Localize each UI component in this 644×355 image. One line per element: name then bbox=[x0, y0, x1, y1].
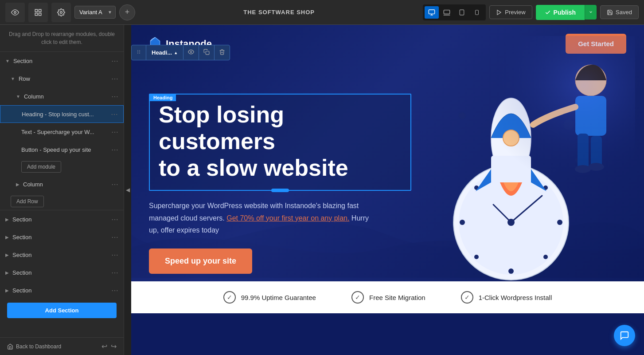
topbar-right: Preview Publish Saved bbox=[423, 4, 639, 20]
sidebar-item-button[interactable]: Button - Speed up your site ⋯ bbox=[0, 141, 124, 158]
svg-rect-4 bbox=[39, 13, 41, 15]
svg-rect-10 bbox=[460, 10, 464, 15]
redo-button[interactable]: ↪ bbox=[111, 342, 117, 351]
chat-bubble-button[interactable] bbox=[614, 325, 635, 346]
section2-menu-icon[interactable]: ⋯ bbox=[111, 215, 118, 224]
row-menu-icon[interactable]: ⋯ bbox=[111, 75, 118, 83]
section5-menu-icon[interactable]: ⋯ bbox=[111, 268, 118, 277]
device-buttons bbox=[423, 4, 486, 20]
speed-up-button[interactable]: Speed up your site bbox=[149, 248, 252, 274]
svg-rect-1 bbox=[35, 9, 37, 12]
svg-point-21 bbox=[190, 51, 192, 53]
column2-expand-icon: ▶ bbox=[16, 182, 20, 187]
sidebar-item-row[interactable]: ▼ Row ⋯ bbox=[0, 70, 124, 87]
back-to-dashboard[interactable]: Back to Dashboard bbox=[7, 343, 61, 350]
hero-subtext: Supercharge your WordPress website with … bbox=[149, 200, 379, 236]
drag-handle-icon[interactable] bbox=[132, 45, 146, 60]
mobile-device-btn[interactable] bbox=[470, 6, 484, 19]
svg-rect-2 bbox=[39, 9, 41, 12]
duplicate-btn[interactable] bbox=[199, 45, 215, 60]
delete-btn[interactable] bbox=[215, 45, 230, 60]
resize-handle[interactable] bbox=[271, 189, 289, 192]
section3-menu-icon[interactable]: ⋯ bbox=[111, 233, 118, 241]
sidebar-item-column[interactable]: ▼ Column ⋯ bbox=[0, 87, 124, 105]
sidebar-item-section6[interactable]: ▶ Section ⋯ bbox=[0, 281, 124, 299]
heading-toolbar: Headi... ▲ bbox=[131, 45, 230, 60]
migration-check-icon: ✓ bbox=[351, 291, 364, 304]
site-name: THE SOFTWARE SHOP bbox=[243, 9, 315, 16]
sidebar-collapse-handle[interactable]: ◀ bbox=[124, 25, 131, 355]
svg-point-5 bbox=[60, 11, 62, 13]
svg-rect-48 bbox=[378, 36, 635, 284]
laptop-device-btn[interactable] bbox=[440, 6, 454, 19]
svg-point-20 bbox=[139, 53, 140, 54]
sidebar-hint: Drag and Drop to rearrange modules, doub… bbox=[0, 25, 124, 52]
sidebar-item-heading[interactable]: Heading - Stop losing cust... ⋯ bbox=[0, 105, 124, 123]
sidebar-item-text[interactable]: Text - Supercharge your W... ⋯ bbox=[0, 123, 124, 141]
uptime-check-icon: ✓ bbox=[223, 291, 236, 304]
collapse-icon: ▼ bbox=[5, 59, 10, 63]
hero-illustration-area bbox=[411, 71, 626, 274]
hero-section: Instanode Get Started Headi... bbox=[131, 25, 644, 313]
column-collapse-icon: ▼ bbox=[16, 94, 20, 99]
main-layout: Drag and Drop to rearrange modules, doub… bbox=[0, 25, 644, 355]
svg-point-17 bbox=[137, 51, 138, 52]
feature-item-install: ✓ 1-Click Wordpress Install bbox=[461, 291, 552, 304]
canvas-area: Instanode Get Started Headi... bbox=[131, 25, 644, 355]
svg-point-0 bbox=[14, 11, 16, 13]
toolbar-caret-icon: ▲ bbox=[174, 51, 178, 55]
svg-rect-6 bbox=[429, 10, 435, 14]
section6-expand-icon: ▶ bbox=[5, 288, 9, 293]
text-menu-icon[interactable]: ⋯ bbox=[111, 128, 118, 136]
sidebar-item-section-main[interactable]: ▼ Section ⋯ bbox=[0, 52, 124, 70]
svg-rect-3 bbox=[35, 13, 37, 15]
publish-group: Publish bbox=[536, 5, 597, 20]
sidebar-item-section4[interactable]: ▶ Section ⋯ bbox=[0, 246, 124, 264]
sidebar-section-main: ▼ Section ⋯ ▼ Row ⋯ ▼ Column ⋯ Heading -… bbox=[0, 52, 124, 210]
settings-icon-btn[interactable] bbox=[51, 3, 71, 22]
section4-menu-icon[interactable]: ⋯ bbox=[111, 251, 118, 259]
svg-point-19 bbox=[137, 53, 138, 54]
row-collapse-icon: ▼ bbox=[11, 76, 15, 81]
sidebar-item-section3[interactable]: ▶ Section ⋯ bbox=[0, 228, 124, 246]
sidebar-item-section2[interactable]: ▶ Section ⋯ bbox=[0, 210, 124, 228]
button-menu-icon[interactable]: ⋯ bbox=[111, 146, 118, 154]
grid-icon-btn[interactable] bbox=[28, 3, 48, 22]
tablet-device-btn[interactable] bbox=[455, 6, 469, 19]
desktop-device-btn[interactable] bbox=[425, 6, 439, 19]
sidebar-item-section5[interactable]: ▶ Section ⋯ bbox=[0, 264, 124, 281]
section6-menu-icon[interactable]: ⋯ bbox=[111, 286, 118, 295]
feature-item-uptime: ✓ 99.9% Uptime Guarantee bbox=[223, 291, 316, 304]
svg-point-16 bbox=[139, 50, 140, 51]
hero-text: Headi... ▲ bbox=[149, 71, 411, 274]
preview-button[interactable]: Preview bbox=[489, 5, 532, 19]
add-variant-button[interactable]: + bbox=[119, 4, 135, 20]
column-menu-icon[interactable]: ⋯ bbox=[111, 92, 118, 101]
hero-heading: Stop losing customers to a slow website bbox=[159, 102, 402, 181]
section-menu-icon[interactable]: ⋯ bbox=[111, 57, 118, 65]
topbar: Variant A ▼ + THE SOFTWARE SHOP Preview bbox=[0, 0, 644, 25]
heading-tag: Heading bbox=[150, 94, 176, 101]
svg-point-18 bbox=[139, 51, 140, 52]
add-section-button[interactable]: Add Section bbox=[7, 303, 117, 318]
publish-caret-button[interactable] bbox=[585, 5, 597, 20]
eye-icon-btn[interactable] bbox=[5, 3, 25, 22]
feature-item-migration: ✓ Free Site Migration bbox=[351, 291, 425, 304]
section4-expand-icon: ▶ bbox=[5, 252, 9, 257]
publish-button[interactable]: Publish bbox=[536, 5, 585, 20]
heading-menu-icon[interactable]: ⋯ bbox=[111, 110, 118, 118]
undo-button[interactable]: ↩ bbox=[101, 342, 107, 351]
variant-select[interactable]: Variant A bbox=[74, 6, 116, 19]
hero-content: Headi... ▲ bbox=[131, 63, 644, 292]
add-row-button[interactable]: Add Row bbox=[11, 196, 44, 207]
section5-expand-icon: ▶ bbox=[5, 270, 9, 275]
saved-button[interactable]: Saved bbox=[600, 5, 639, 19]
svg-rect-22 bbox=[206, 51, 209, 55]
undo-redo-group: ↩ ↪ bbox=[101, 342, 117, 351]
hero-illustration bbox=[378, 36, 635, 284]
visibility-toggle-btn[interactable] bbox=[183, 45, 199, 60]
column2-menu-icon[interactable]: ⋯ bbox=[111, 180, 118, 189]
heading-container[interactable]: Heading Stop losing customers to a slow … bbox=[149, 94, 411, 191]
add-module-button[interactable]: Add module bbox=[21, 161, 61, 173]
sidebar-item-column2[interactable]: ▶ Column ⋯ bbox=[0, 175, 124, 193]
